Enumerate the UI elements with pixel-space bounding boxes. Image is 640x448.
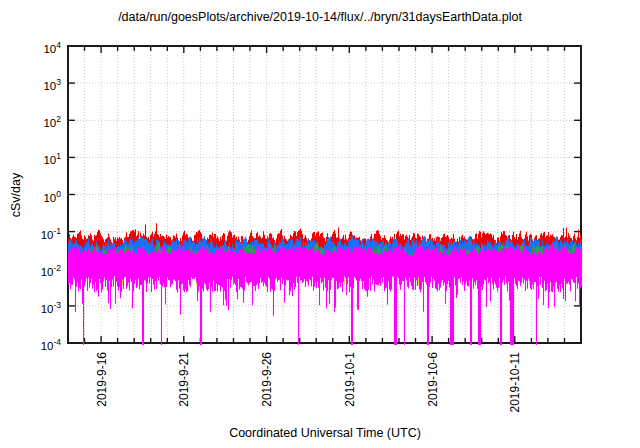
- y-tick-base: 10: [43, 80, 56, 92]
- x-tick-label: 2019-9-16: [95, 352, 109, 407]
- y-tick-base: 10: [43, 43, 56, 55]
- y-tick-base: 10: [41, 340, 54, 352]
- y-tick-label: 102: [0, 111, 61, 128]
- y-tick-exponent: 2: [56, 114, 61, 124]
- y-tick-label: 10-3: [0, 297, 61, 314]
- y-tick-exponent: -3: [53, 300, 61, 310]
- y-tick-label: 10-1: [0, 223, 61, 240]
- y-tick-label: 10-4: [0, 334, 61, 351]
- x-tick-label: 2019-10-11: [508, 352, 522, 413]
- y-tick-exponent: 4: [56, 40, 61, 50]
- x-tick-label: 2019-10-6: [426, 352, 440, 407]
- x-tick-label: 2019-9-26: [260, 352, 274, 407]
- y-tick-exponent: -4: [53, 337, 61, 347]
- series-magenta-path: [69, 244, 582, 345]
- y-tick-label: 103: [0, 74, 61, 91]
- y-tick-exponent: -2: [53, 263, 61, 273]
- y-tick-label: 10-2: [0, 260, 61, 277]
- y-tick-base: 10: [41, 303, 54, 315]
- plot-svg: 2019-9-162019-9-212019-9-262019-10-12019…: [0, 0, 640, 448]
- y-tick-label: 104: [0, 37, 61, 54]
- y-tick-label: 101: [0, 148, 61, 165]
- x-tick-label: 2019-10-1: [343, 352, 357, 407]
- y-tick-exponent: 3: [56, 77, 61, 87]
- x-tick-label: 2019-9-21: [177, 352, 191, 407]
- plot-frame: [68, 46, 581, 343]
- x-axis-title: Coordinated Universal Time (UTC): [5, 426, 640, 440]
- y-tick-base: 10: [43, 191, 56, 203]
- y-tick-base: 10: [43, 154, 56, 166]
- y-tick-exponent: -1: [53, 226, 61, 236]
- y-tick-base: 10: [43, 117, 56, 129]
- y-tick-base: 10: [41, 266, 54, 278]
- y-tick-exponent: 0: [56, 189, 61, 199]
- y-tick-label: 100: [0, 186, 61, 203]
- y-tick-exponent: 1: [56, 151, 61, 161]
- chart-container: /data/run/goesPlots/archive/2019-10-14/f…: [0, 0, 640, 448]
- y-tick-base: 10: [41, 228, 54, 240]
